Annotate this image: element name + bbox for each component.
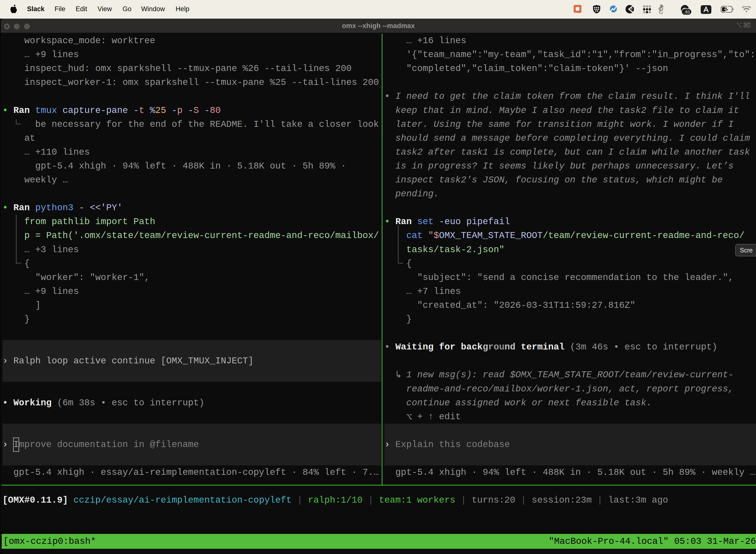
svg-text:..61: ..61 — [683, 10, 690, 14]
